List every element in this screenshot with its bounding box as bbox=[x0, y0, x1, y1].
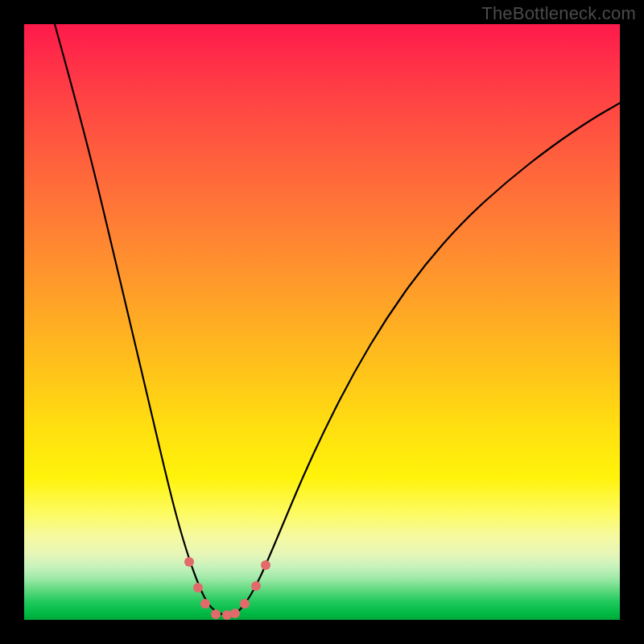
marker-layer bbox=[24, 24, 620, 620]
marker-dot bbox=[184, 557, 194, 567]
marker-dot bbox=[200, 599, 210, 609]
chart-frame bbox=[24, 24, 620, 620]
marker-dot bbox=[251, 581, 261, 591]
marker-dot bbox=[222, 610, 232, 620]
watermark-text: TheBottleneck.com bbox=[481, 3, 636, 24]
marker-dot bbox=[211, 609, 221, 619]
marker-dot bbox=[193, 583, 203, 592]
marker-dot bbox=[240, 599, 250, 609]
marker-dot bbox=[230, 609, 240, 618]
marker-dot bbox=[261, 560, 270, 570]
